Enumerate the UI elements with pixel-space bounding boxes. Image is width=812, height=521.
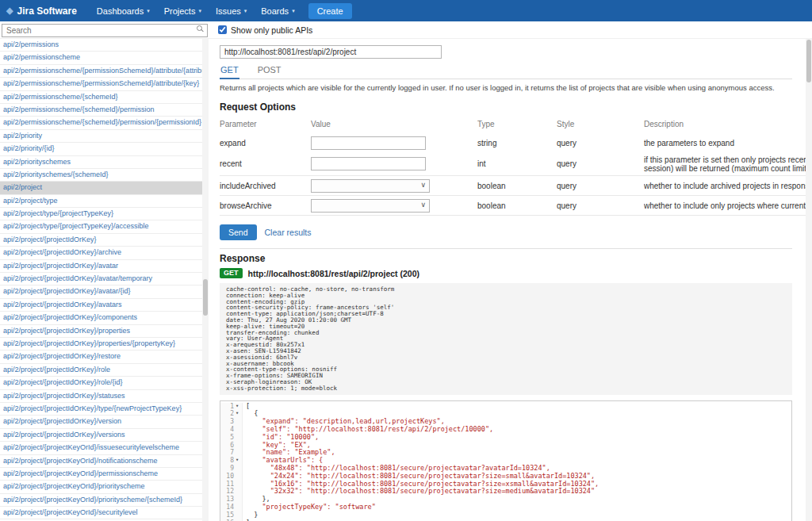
- search-box: [2, 22, 208, 37]
- search-input[interactable]: [2, 24, 208, 37]
- sidebar-item[interactable]: api/2/project/{projectIdOrKey}/avatar/{i…: [0, 285, 202, 298]
- sidebar-item[interactable]: api/2/project/{projectIdOrKey}/versions: [0, 429, 202, 442]
- sidebar-item[interactable]: api/2/permissionscheme: [0, 52, 202, 64]
- param-type: boolean: [477, 182, 557, 190]
- sidebar-item[interactable]: api/2/permissionscheme/{permissionScheme…: [0, 65, 202, 78]
- sidebar-item[interactable]: api/2/permissionscheme/{permissionScheme…: [0, 78, 202, 90]
- nav-menu-dashboards[interactable]: Dashboards▾: [90, 0, 157, 21]
- sidebar-item[interactable]: api/2/project/type/{projectTypeKey}: [0, 208, 202, 220]
- sidebar-item[interactable]: api/2/project/{projectIdOrKey}: [0, 234, 202, 247]
- sidebar-item[interactable]: api/2/permissionscheme/{schemeId}/permis…: [0, 104, 202, 117]
- sidebar-item[interactable]: api/2/project/{projectIdOrKey}/propertie…: [0, 338, 202, 351]
- tab-get[interactable]: GET: [220, 65, 239, 79]
- tab-post[interactable]: POST: [257, 65, 282, 79]
- nav-menu-issues[interactable]: Issues▾: [209, 0, 254, 21]
- line-number: 10: [226, 473, 234, 481]
- nav-menu-boards[interactable]: Boards▾: [254, 0, 301, 21]
- param-value-select[interactable]: [311, 179, 430, 193]
- param-value-cell: [311, 136, 477, 150]
- request-options-header: ParameterValueTypeStyleDescription: [220, 117, 806, 133]
- param-type: int: [477, 159, 557, 168]
- line-number-gutter: 13: [220, 496, 243, 504]
- param-value-input[interactable]: [311, 136, 426, 150]
- sidebar-item[interactable]: api/2/project/type: [0, 195, 202, 208]
- response-header-line: cache-control: no-cache, no-store, no-tr…: [226, 286, 786, 293]
- page-scrollbar-thumb[interactable]: [806, 40, 811, 82]
- sidebar-item[interactable]: api/2/project: [0, 182, 202, 194]
- sidebar-item[interactable]: api/2/project/{projectIdOrKey}/component…: [0, 312, 202, 324]
- response-header-line: date: Thu, 27 Aug 2020 01:20:00 GMT: [226, 317, 786, 324]
- line-number-gutter: 12: [220, 488, 243, 496]
- sidebar-item[interactable]: api/2/project/{projectIdOrKey}/version: [0, 416, 202, 428]
- line-number-gutter: 3: [220, 418, 243, 426]
- param-description: the parameters to expand: [644, 139, 806, 147]
- create-button[interactable]: Create: [308, 3, 352, 19]
- param-value-select[interactable]: [311, 199, 430, 213]
- line-number-gutter: 7: [220, 449, 243, 457]
- param-name: browseArchive: [220, 201, 311, 210]
- line-number: 7: [230, 449, 234, 457]
- column-header: Style: [557, 120, 644, 128]
- sidebar-item[interactable]: api/2/project/{projectKeyOrId}/prioritys…: [0, 481, 202, 493]
- fold-toggle-icon[interactable]: ▾: [234, 403, 240, 411]
- sidebar-item[interactable]: api/2/project/type/{projectTypeKey}/acce…: [0, 220, 202, 233]
- sidebar-item[interactable]: api/2/priority/{id}: [0, 143, 202, 155]
- sidebar-item[interactable]: api/2/project/{projectIdOrKey}/propertie…: [0, 325, 202, 338]
- sidebar-item[interactable]: api/2/project/{projectIdOrKey}/role/{id}: [0, 377, 202, 389]
- sidebar-item[interactable]: api/2/project/{projectIdOrKey}/avatar: [0, 260, 202, 273]
- response-header-line: x-xss-protection: 1; mode=block: [226, 385, 786, 392]
- line-number: 5: [230, 434, 234, 442]
- jira-rest-api-browser: ◆ Jira Software Dashboards▾Projects▾Issu…: [0, 0, 812, 521]
- page-scrollbar[interactable]: [806, 39, 812, 521]
- sidebar-item[interactable]: api/2/priorityschemes/{schemeId}: [0, 169, 202, 182]
- sidebar-item[interactable]: api/2/project/{projectIdOrKey}/type/{new…: [0, 403, 202, 416]
- sidebar-item[interactable]: api/2/project/{projectIdOrKey}/archive: [0, 247, 202, 259]
- sidebar-item[interactable]: api/2/project/{projectIdOrKey}/role: [0, 364, 202, 377]
- json-line: 15 }: [220, 511, 791, 519]
- json-code-text: "32x32": "http://localhost:8081/secure/p…: [243, 488, 595, 496]
- sidebar-item[interactable]: api/2/priorityschemes: [0, 156, 202, 169]
- sidebar-item[interactable]: api/2/permissionscheme/{schemeId}: [0, 91, 202, 104]
- param-type: boolean: [477, 201, 557, 210]
- column-header: Parameter: [220, 120, 311, 128]
- nav-menu-projects[interactable]: Projects▾: [157, 0, 209, 21]
- param-row: recentintqueryif this parameter is set t…: [220, 152, 806, 176]
- json-line: 14 "projectTypeKey": "software": [220, 504, 791, 511]
- sidebar-item[interactable]: api/2/priority: [0, 130, 202, 143]
- sidebar-item[interactable]: api/2/project/{projectIdOrKey}/restore: [0, 351, 202, 363]
- param-value-cell: ∨: [311, 179, 477, 193]
- sidebar-item[interactable]: api/2/permissionscheme/{schemeId}/permis…: [0, 117, 202, 129]
- line-number-gutter: 2▾: [220, 410, 243, 418]
- sidebar-item[interactable]: api/2/permissions: [0, 39, 202, 52]
- line-number-gutter: 11: [220, 481, 243, 488]
- line-number-gutter: 5: [220, 434, 243, 442]
- public-apis-checkbox[interactable]: [218, 25, 227, 34]
- column-header: Value: [311, 120, 477, 128]
- clear-results-link[interactable]: Clear results: [265, 228, 312, 237]
- sidebar-item[interactable]: api/2/project/{projectKeyOrId}/securityl…: [0, 507, 202, 519]
- send-button[interactable]: Send: [220, 224, 257, 240]
- line-number-gutter: 6: [220, 442, 243, 450]
- sidebar-item[interactable]: api/2/project/{projectIdOrKey}/statuses: [0, 390, 202, 403]
- param-row: expandstringquerythe parameters to expan…: [220, 133, 806, 152]
- request-url-input[interactable]: [220, 45, 442, 59]
- fold-toggle-icon[interactable]: ▾: [234, 410, 240, 418]
- sidebar-item[interactable]: api/2/project/{projectKeyOrId}/issuesecu…: [0, 442, 202, 454]
- sidebar-scrollbar-thumb[interactable]: [203, 279, 208, 316]
- jira-logo[interactable]: ◆ Jira Software: [6, 6, 77, 17]
- line-number: 13: [226, 496, 234, 504]
- line-number-gutter: 8▾: [220, 457, 243, 465]
- sidebar-item[interactable]: api/2/project/{projectKeyOrId}/permissio…: [0, 468, 202, 481]
- sidebar-item[interactable]: api/2/project/{projectIdOrKey}/avatars: [0, 299, 202, 312]
- fold-toggle-icon[interactable]: ▾: [234, 457, 240, 465]
- sidebar-item[interactable]: api/2/project/{projectKeyOrId}/notificat…: [0, 455, 202, 468]
- sidebar-item[interactable]: api/2/project/{projectKeyOrId}/prioritys…: [0, 494, 202, 507]
- request-options-rows: expandstringquerythe parameters to expan…: [220, 133, 806, 216]
- line-number: 4: [230, 426, 234, 434]
- public-apis-toggle: Show only public APIs: [218, 25, 312, 35]
- sidebar-scrollbar[interactable]: [202, 39, 209, 521]
- line-number-gutter: 10: [220, 473, 243, 481]
- param-value-input[interactable]: [311, 157, 426, 170]
- sidebar-item[interactable]: api/2/project/{projectIdOrKey}/avatar/te…: [0, 273, 202, 285]
- nav-menu-label: Issues: [216, 6, 241, 16]
